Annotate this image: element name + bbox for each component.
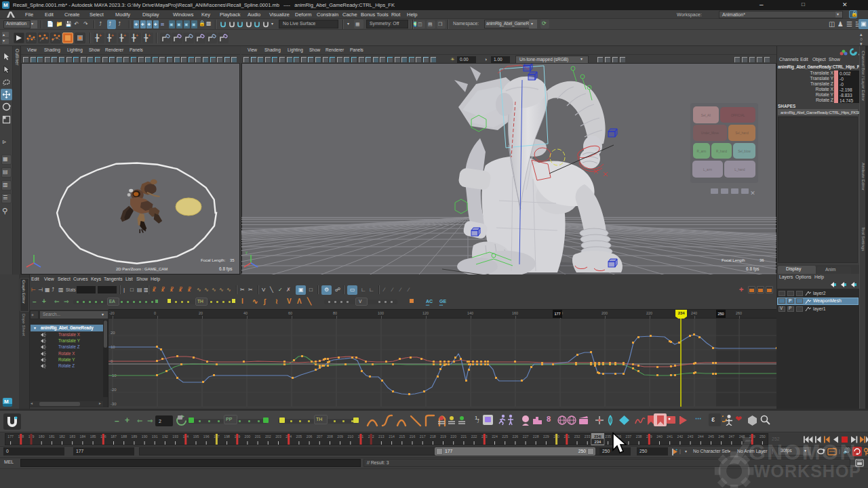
svg-text:203: 203 xyxy=(275,434,281,439)
svg-text:190: 190 xyxy=(142,434,148,439)
svg-text:241: 241 xyxy=(667,434,673,439)
svg-text:205: 205 xyxy=(296,434,302,439)
svg-text:216: 216 xyxy=(410,434,416,439)
svg-text:OFFICIAL: OFFICIAL xyxy=(731,114,745,117)
svg-text:213: 213 xyxy=(378,434,384,439)
svg-text:208: 208 xyxy=(327,434,333,439)
svg-text:214: 214 xyxy=(389,434,395,439)
svg-text:✕: ✕ xyxy=(750,190,755,197)
svg-text:234: 234 xyxy=(595,440,601,444)
svg-text:222: 222 xyxy=(471,434,477,439)
svg-text:177: 177 xyxy=(7,434,14,439)
svg-text:229: 229 xyxy=(543,434,549,439)
svg-text:206: 206 xyxy=(307,434,313,439)
svg-text:-20: -20 xyxy=(111,388,117,392)
svg-text:196: 196 xyxy=(203,434,210,439)
svg-text:185: 185 xyxy=(90,434,96,439)
svg-text:184: 184 xyxy=(80,434,86,439)
svg-text:R_arm: R_arm xyxy=(697,150,707,153)
svg-text:-30: -30 xyxy=(111,402,117,406)
svg-text:180: 180 xyxy=(39,434,45,439)
svg-text:244: 244 xyxy=(698,434,704,439)
svg-text:218: 218 xyxy=(430,434,436,439)
svg-text:Sel_All: Sel_All xyxy=(701,114,711,117)
svg-text:R_hand: R_hand xyxy=(716,150,728,153)
svg-text:198: 198 xyxy=(224,434,230,439)
svg-text:220: 220 xyxy=(450,434,456,439)
svg-text:192: 192 xyxy=(162,434,168,439)
svg-text:Sel_hand: Sel_hand xyxy=(735,131,749,135)
svg-text:219: 219 xyxy=(440,434,446,439)
svg-text:221: 221 xyxy=(461,434,467,439)
svg-text:195: 195 xyxy=(193,434,199,439)
svg-text:183: 183 xyxy=(69,434,75,439)
svg-text:20: 20 xyxy=(111,331,115,335)
svg-text:217: 217 xyxy=(420,434,426,439)
svg-text:240: 240 xyxy=(656,434,663,439)
svg-text:234|: 234| xyxy=(594,434,601,439)
svg-text:209: 209 xyxy=(337,434,343,439)
svg-text:191: 191 xyxy=(152,434,158,439)
svg-text:210: 210 xyxy=(347,434,353,439)
svg-text:181: 181 xyxy=(49,434,55,439)
svg-text:+: + xyxy=(675,447,678,451)
svg-text:225: 225 xyxy=(502,434,508,439)
svg-text:243: 243 xyxy=(688,434,694,439)
svg-text:224: 224 xyxy=(492,434,498,439)
svg-text:WORKSHOP: WORKSHOP xyxy=(754,462,861,481)
svg-text:189: 189 xyxy=(132,434,138,439)
svg-text:L_hand: L_hand xyxy=(734,168,745,171)
svg-text:Under_Move: Under_Move xyxy=(701,131,719,135)
svg-text:207: 207 xyxy=(317,434,323,439)
svg-text:y: y xyxy=(245,250,248,254)
svg-text:187: 187 xyxy=(111,434,117,439)
svg-text:238: 238 xyxy=(636,434,642,439)
svg-text:242: 242 xyxy=(677,434,684,439)
svg-text:188: 188 xyxy=(121,434,127,439)
svg-text:GNOMON: GNOMON xyxy=(749,440,857,464)
svg-text:L_arm: L_arm xyxy=(703,168,712,171)
svg-text:193: 193 xyxy=(172,434,178,439)
svg-text:200: 200 xyxy=(245,434,251,439)
svg-text:232: 232 xyxy=(574,434,580,439)
svg-text:233: 233 xyxy=(585,434,591,439)
svg-text:202: 202 xyxy=(265,434,271,439)
svg-text:228: 228 xyxy=(533,434,539,439)
svg-text:215: 215 xyxy=(399,434,405,439)
svg-text:182: 182 xyxy=(59,434,65,439)
svg-text:227: 227 xyxy=(523,434,529,439)
svg-text:226: 226 xyxy=(513,434,519,439)
svg-text:Sel_blow: Sel_blow xyxy=(738,150,751,153)
svg-text:201: 201 xyxy=(255,434,261,439)
